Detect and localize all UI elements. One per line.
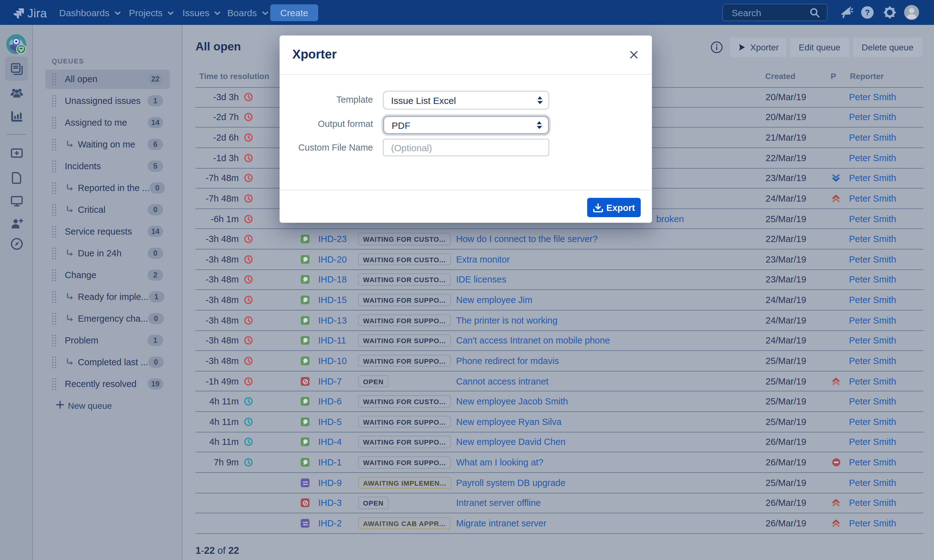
svg-text:?: ? [865,8,870,17]
